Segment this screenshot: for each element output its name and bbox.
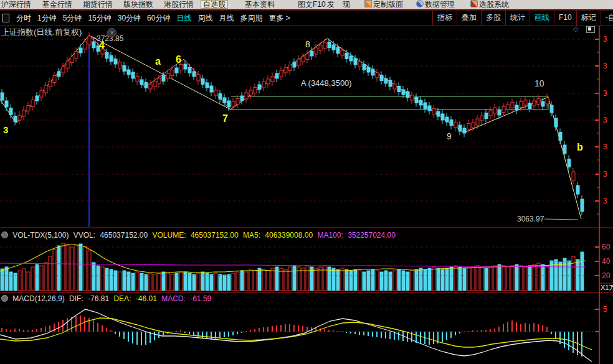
indicator-toggle-icon[interactable]: [1, 295, 8, 302]
candle-body: [267, 79, 270, 84]
candle-body: [53, 76, 56, 83]
candle-body: [432, 109, 435, 114]
candle-body: [472, 123, 475, 128]
candle-body: [445, 117, 449, 122]
volume-bar: [380, 272, 383, 291]
menu-item[interactable]: 图文F10: [298, 0, 326, 9]
volume-bar: [358, 271, 361, 291]
timeframe-tab[interactable]: 1分钟: [37, 13, 57, 24]
timeframe-tab[interactable]: 5分钟: [63, 13, 82, 24]
timeframe-tab[interactable]: 日线: [176, 13, 191, 24]
menu-item[interactable]: 港股行情: [164, 0, 194, 9]
toolbar-button[interactable]: 叠加: [457, 11, 481, 26]
candle-body: [27, 106, 30, 111]
candle-body: [223, 98, 226, 103]
indicator-toggle-icon[interactable]: [1, 231, 8, 238]
volume-bar: [245, 272, 248, 291]
vol-indicator-name: VOL-TDX(5,100): [12, 231, 69, 240]
grid-orange-icon: [364, 0, 372, 7]
search-blue-icon: [416, 0, 424, 7]
candle-body: [175, 68, 178, 73]
timeframe-tab[interactable]: 月线: [219, 13, 234, 24]
volume-bar: [210, 274, 213, 291]
candle-body: [92, 42, 95, 48]
volume-bar: [406, 272, 409, 291]
menu-item[interactable]: 基金行情: [42, 0, 72, 9]
timeframe-tab[interactable]: 60分钟: [147, 13, 170, 24]
timeframe-tab[interactable]: 15分钟: [88, 13, 111, 24]
menu-item[interactable]: 期货行情: [83, 0, 113, 9]
candle-body: [232, 101, 235, 106]
timeframe-tab[interactable]: 周线: [197, 13, 212, 24]
toolbar-button[interactable]: 统计: [505, 11, 530, 26]
timeframe-tab[interactable]: 更多 >: [268, 13, 290, 24]
candle-body: [280, 70, 283, 77]
candle-body: [476, 119, 479, 125]
candle-body: [554, 118, 558, 127]
volume-bar: [267, 271, 270, 291]
timeframe-tab[interactable]: 分时: [16, 13, 31, 24]
menu-item[interactable]: 版块指数: [123, 0, 153, 9]
toolbar-button[interactable]: 画线: [530, 11, 554, 26]
volume-bar: [541, 264, 544, 291]
menu-item[interactable]: 基本资料: [245, 0, 275, 9]
chevron-down-circle-icon[interactable]: ∨: [107, 28, 116, 37]
volume-bar: [424, 269, 427, 291]
volume-bar: [563, 258, 566, 291]
macd-header[interactable]: MACD(12,26,9) DIF: -76.81 DEA: -46.01 MA…: [1, 294, 214, 303]
toolbar-button[interactable]: 多股: [481, 11, 505, 26]
volume-bar: [445, 268, 449, 291]
toolbar-button[interactable]: 指标: [432, 11, 457, 26]
menu-item[interactable]: 数据管理: [416, 0, 455, 9]
menu-item[interactable]: 选股系统: [470, 0, 509, 9]
timeframe-tabs: 分时1分钟5分钟15分钟30分钟60分钟日线周线月线多周期更多 >: [0, 11, 293, 26]
volume-bar: [40, 266, 43, 291]
candle-body: [328, 42, 331, 48]
document-icon[interactable]: [2, 14, 9, 22]
candle-body: [149, 84, 152, 89]
candle-body: [537, 99, 540, 105]
candle-body: [454, 123, 457, 128]
timeframe-tab[interactable]: 多周期: [240, 13, 262, 24]
ma5-label: MA5:: [243, 231, 260, 240]
menu-item[interactable]: 发: [327, 0, 335, 9]
wave-label: b: [577, 142, 583, 152]
candle-body: [511, 103, 514, 108]
timeframe-tab[interactable]: 30分钟: [118, 13, 141, 24]
candle-body: [297, 59, 300, 65]
window-restore-button[interactable]: [586, 26, 595, 33]
candle-body: [123, 66, 126, 72]
wave-label: 4: [99, 40, 105, 50]
menu-item[interactable]: 现: [343, 0, 350, 9]
price-axis-label: 3: [603, 62, 607, 70]
volume-bar: [528, 266, 531, 291]
candle-body: [79, 48, 82, 53]
candle-body: [411, 95, 414, 100]
candle-body: [502, 107, 505, 113]
volume-bar: [140, 273, 143, 291]
ma100-label: MA100:: [317, 231, 343, 240]
right-buttons: 指标叠加多股统计画线F10标记-自选返回: [432, 11, 613, 26]
candle-body: [192, 72, 196, 77]
toolbar-button[interactable]: 标记: [576, 11, 601, 26]
volume-bar: [336, 269, 340, 291]
volume-bar: [546, 266, 549, 291]
toolbar-button[interactable]: F10: [554, 11, 576, 26]
menu-item[interactable]: 自选股: [201, 0, 228, 9]
volume-bar: [284, 269, 287, 291]
candle-body: [349, 56, 353, 61]
dif-label: DIF:: [69, 294, 83, 303]
volume-header[interactable]: VOL-TDX(5,100) VVOL: 465037152.00 VOLUME…: [1, 231, 398, 240]
candlestick-chart[interactable]: 3333333604020X1万53723.854a678A (3448,350…: [0, 0, 613, 364]
volume-bar: [476, 266, 479, 291]
volume-bar: [70, 247, 74, 291]
toolbar-button[interactable]: -自选: [601, 11, 613, 26]
volume-bar: [493, 266, 497, 291]
macd-dif-line: [0, 309, 592, 362]
candle-body: [36, 96, 39, 101]
menu-item[interactable]: 沪深行情: [1, 0, 31, 9]
volume-bar: [432, 267, 435, 291]
volume-bar: [441, 269, 444, 291]
ma100-value: 352257024.00: [348, 231, 396, 240]
menu-item[interactable]: 定制版面: [364, 0, 403, 9]
